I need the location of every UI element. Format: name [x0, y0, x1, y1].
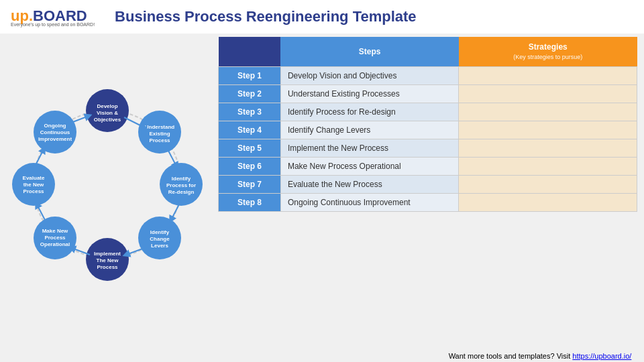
svg-text:The New: The New — [97, 257, 119, 263]
svg-text:Ongoing: Ongoing — [44, 123, 66, 129]
table-row: Step 6Make New Process Operational — [219, 158, 637, 176]
table-header-row: Steps Strategies (Key strategies to purs… — [219, 37, 637, 67]
strategies-cell — [459, 121, 637, 139]
table-row: Step 5Implement the New Process — [219, 139, 637, 158]
svg-text:Existing: Existing — [149, 131, 170, 137]
diagram-area: Develop Vision & Objectives Understand E… — [0, 37, 215, 345]
svg-text:Levers: Levers — [151, 243, 168, 249]
svg-text:Identify: Identify — [150, 229, 170, 235]
strategies-sub: (Key strategies to pursue) — [513, 54, 582, 60]
desc-cell: Make New Process Operational — [280, 158, 459, 176]
logo-up: up. — [11, 7, 33, 24]
svg-line-28 — [171, 203, 180, 220]
svg-text:Evaluate: Evaluate — [23, 175, 45, 181]
svg-text:Process: Process — [44, 235, 66, 241]
strategies-cell — [459, 67, 637, 85]
svg-text:Process: Process — [97, 264, 118, 270]
table-row: Step 1Develop Vision and Objectives — [219, 67, 637, 85]
svg-text:Process for: Process for — [166, 182, 196, 188]
svg-text:Identify: Identify — [172, 176, 191, 182]
strategies-cell — [459, 103, 637, 121]
svg-text:Objectives: Objectives — [94, 117, 121, 123]
desc-cell: Evaluate the New Process — [280, 176, 459, 194]
svg-text:the New: the New — [23, 182, 44, 188]
step-cell: Step 6 — [219, 158, 281, 176]
cycle-diagram: Develop Vision & Objectives Understand E… — [7, 44, 208, 325]
desc-cell: Ongoing Continuous Improvement — [280, 194, 459, 212]
step-cell: Step 8 — [219, 194, 281, 212]
desc-cell: Understand Existing Processes — [280, 85, 459, 103]
table-row: Step 8Ongoing Continuous Improvement — [219, 194, 637, 212]
strategies-cell — [459, 158, 637, 176]
strategies-cell — [459, 139, 637, 158]
svg-text:Continuous: Continuous — [40, 129, 70, 135]
svg-text:Develop: Develop — [97, 103, 117, 109]
svg-text:Change: Change — [150, 236, 170, 242]
desc-cell: Develop Vision and Objectives — [280, 67, 459, 85]
page-title: Business Process Reengineering Template — [108, 8, 633, 25]
header: up.BOARD Everyone's up to speed and on B… — [0, 0, 644, 34]
svg-line-27 — [168, 149, 176, 166]
logo: up.BOARD Everyone's up to speed and on B… — [11, 7, 95, 27]
footer-link[interactable]: https://upboard.io/ — [572, 352, 631, 360]
desc-cell: Identify Change Levers — [280, 121, 459, 139]
step-cell: Step 5 — [219, 139, 281, 158]
logo-sub: Everyone's up to speed and on BOARD! — [11, 22, 95, 27]
svg-text:Re-design: Re-design — [168, 189, 195, 195]
table-row: Step 3Identify Process for Re-design — [219, 103, 637, 121]
desc-cell: Identify Process for Re-design — [280, 103, 459, 121]
table-row: Step 2Understand Existing Processes — [219, 85, 637, 103]
step-cell: Step 2 — [219, 85, 281, 103]
svg-text:Process: Process — [23, 188, 44, 194]
svg-text:Operational: Operational — [40, 241, 70, 247]
main-content: Develop Vision & Objectives Understand E… — [0, 34, 644, 359]
step-cell: Step 4 — [219, 121, 281, 139]
svg-text:Understand: Understand — [145, 124, 175, 130]
desc-cell: Implement the New Process — [280, 139, 459, 158]
logo-board: BOARD — [33, 7, 87, 24]
svg-text:Improvement: Improvement — [38, 136, 72, 142]
bpr-table: Steps Strategies (Key strategies to purs… — [218, 37, 637, 212]
svg-text:Process: Process — [149, 137, 170, 143]
footer-bar: Want more tools and templates? Visit htt… — [218, 350, 644, 362]
svg-text:Vision &: Vision & — [97, 110, 118, 116]
footer-text: Want more tools and templates? Visit — [449, 352, 573, 360]
table-row: Step 4Identify Change Levers — [219, 121, 637, 139]
table-area: Steps Strategies (Key strategies to purs… — [215, 34, 644, 359]
col-step-header — [219, 37, 281, 67]
step-cell: Step 1 — [219, 67, 281, 85]
svg-line-29 — [126, 248, 144, 255]
svg-text:Make New: Make New — [42, 228, 68, 234]
step-cell: Step 7 — [219, 176, 281, 194]
strategies-cell — [459, 176, 637, 194]
col-strategies-header: Strategies (Key strategies to pursue) — [459, 37, 637, 67]
strategies-label: Strategies — [529, 42, 568, 52]
strategies-cell — [459, 85, 637, 103]
col-steps-header: Steps — [280, 37, 459, 67]
strategies-cell — [459, 194, 637, 212]
svg-line-31 — [37, 204, 46, 221]
step-cell: Step 3 — [219, 103, 281, 121]
table-row: Step 7Evaluate the New Process — [219, 176, 637, 194]
svg-text:Implement: Implement — [94, 251, 121, 257]
